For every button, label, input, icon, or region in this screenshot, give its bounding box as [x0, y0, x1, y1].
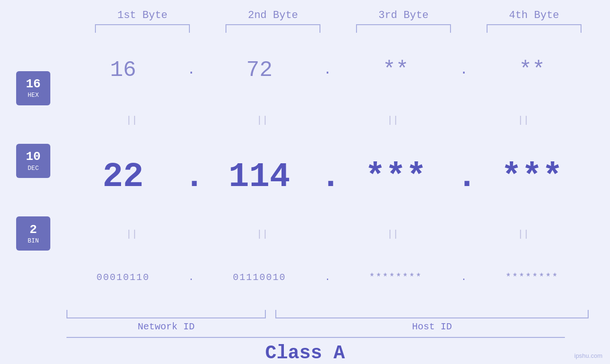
hex-byte3: **	[344, 58, 448, 83]
dec-byte1: 22	[71, 158, 175, 196]
hex-dot2: .	[320, 63, 335, 77]
data-area: 16 . 72 . ** . ** || || || || 22 . 114 .	[66, 37, 610, 308]
bin-dot1: .	[184, 272, 198, 283]
bracket-byte4	[487, 24, 582, 33]
eq2-byte1: ||	[80, 229, 184, 240]
bracket-byte1	[95, 24, 190, 33]
dec-byte2: 114	[207, 158, 311, 196]
watermark: ipshu.com	[574, 352, 602, 359]
id-labels: Network ID Host ID	[66, 321, 589, 332]
main-container: 1st Byte 2nd Byte 3rd Byte 4th Byte 16 H…	[0, 0, 610, 364]
hex-badge: 16 HEX	[16, 71, 50, 105]
hex-badge-number: 16	[26, 77, 40, 91]
eq2-byte4: ||	[471, 229, 576, 240]
byte3-header: 3rd Byte	[351, 9, 456, 21]
class-label-row: Class A	[0, 343, 610, 364]
bin-byte2: 01110010	[207, 272, 311, 283]
byte-headers: 1st Byte 2nd Byte 3rd Byte 4th Byte	[77, 9, 600, 21]
hex-row: 16 . 72 . ** . **	[66, 58, 589, 83]
bin-byte3: ********	[344, 272, 448, 283]
byte1-header: 1st Byte	[90, 9, 195, 21]
bottom-section: Network ID Host ID	[0, 308, 610, 332]
bracket-byte2	[225, 24, 320, 33]
byte4-header: 4th Byte	[482, 9, 586, 21]
hex-byte1: 16	[71, 58, 175, 83]
bin-badge: 2 BIN	[16, 216, 50, 251]
dec-badge: 10 DEC	[16, 144, 50, 178]
class-section: Class A	[0, 337, 610, 364]
dec-dot3: .	[457, 158, 471, 196]
eq2-byte2: ||	[210, 229, 315, 240]
hex-badge-label: HEX	[28, 92, 38, 99]
bin-badge-label: BIN	[28, 237, 38, 244]
hex-byte2: 72	[207, 58, 311, 83]
bottom-bracket-container	[66, 310, 589, 318]
hex-byte4: **	[480, 58, 584, 83]
host-bracket	[275, 310, 589, 318]
hex-dot3: .	[457, 63, 471, 77]
bin-byte4: ********	[480, 272, 584, 283]
eq1-byte2: ||	[210, 115, 315, 126]
network-bracket	[66, 310, 266, 318]
eq2-byte3: ||	[341, 229, 445, 240]
dec-badge-label: DEC	[28, 165, 38, 172]
top-bracket-row	[77, 24, 600, 33]
bin-byte1: 00010110	[71, 272, 175, 283]
bin-row: 00010110 . 01110010 . ******** . *******…	[66, 272, 589, 283]
bin-dot2: .	[320, 272, 335, 283]
dec-dot1: .	[184, 158, 198, 196]
class-bracket-line	[66, 337, 565, 338]
dec-byte3: ***	[344, 158, 448, 196]
dec-byte4: ***	[480, 158, 584, 196]
content-area: 16 HEX 10 DEC 2 BIN 16 . 72 . ** . **	[0, 37, 610, 308]
eq1-byte4: ||	[471, 115, 576, 126]
equals-row-1: || || || ||	[66, 115, 589, 126]
eq1-byte1: ||	[80, 115, 184, 126]
dec-row: 22 . 114 . *** . ***	[66, 158, 589, 196]
eq1-byte3: ||	[341, 115, 445, 126]
bin-dot3: .	[457, 272, 471, 283]
bin-badge-number: 2	[29, 223, 37, 237]
network-id-label: Network ID	[66, 321, 266, 332]
badge-column: 16 HEX 10 DEC 2 BIN	[0, 37, 66, 308]
equals-row-2: || || || ||	[66, 229, 589, 240]
dec-badge-number: 10	[26, 150, 40, 164]
byte2-header: 2nd Byte	[221, 9, 325, 21]
host-id-label: Host ID	[275, 321, 589, 332]
dec-dot2: .	[320, 158, 335, 196]
bracket-byte3	[356, 24, 451, 33]
class-label: Class A	[265, 343, 345, 364]
hex-dot1: .	[184, 63, 198, 77]
